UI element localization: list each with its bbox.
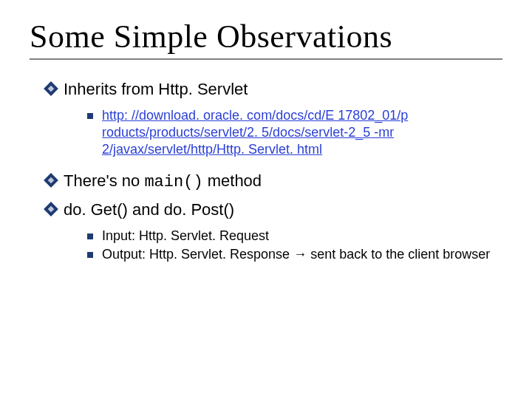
link-text[interactable]: http: //download. oracle. com/docs/cd/E …	[102, 107, 501, 159]
code-main: main()	[144, 173, 202, 191]
square-bullet-icon	[87, 233, 93, 239]
sub-bullet-link: http: //download. oracle. com/docs/cd/E …	[87, 107, 502, 159]
square-bullet-icon	[87, 113, 93, 119]
square-bullet-icon	[87, 252, 93, 258]
text-pre: There's no	[64, 171, 144, 190]
diamond-bullet-icon	[46, 204, 56, 214]
bullet-doget-dopost: do. Get() and do. Post()	[46, 200, 502, 220]
sub-bullet-input: Input: Http. Servlet. Request	[87, 228, 502, 245]
title-divider	[30, 58, 502, 60]
bullet-text: There's no main() method	[64, 171, 262, 193]
text-pre: Output: Http. Servlet. Response	[102, 247, 293, 262]
sub-text: Input: Http. Servlet. Request	[102, 228, 269, 245]
diamond-bullet-icon	[46, 83, 56, 94]
sub-bullet-output: Output: Http. Servlet. Response → sent b…	[87, 246, 502, 263]
slide-body: Inherits from Http. Servlet http: //down…	[30, 79, 502, 263]
sub-list: Input: Http. Servlet. Request Output: Ht…	[87, 228, 502, 264]
bullet-no-main: There's no main() method	[46, 171, 502, 193]
bullet-inherits: Inherits from Http. Servlet	[46, 79, 502, 100]
slide: Some Simple Observations Inherits from H…	[0, 0, 532, 399]
servlet-doc-link[interactable]: http: //download. oracle. com/docs/cd/E …	[102, 108, 408, 157]
slide-title: Some Simple Observations	[30, 18, 502, 55]
sub-list: http: //download. oracle. com/docs/cd/E …	[87, 107, 502, 159]
text-post: sent back to the client browser	[307, 247, 490, 262]
arrow-icon: →	[293, 247, 307, 262]
bullet-text: do. Get() and do. Post()	[64, 200, 234, 220]
bullet-text: Inherits from Http. Servlet	[64, 79, 248, 100]
text-post: method	[203, 171, 262, 190]
sub-text: Output: Http. Servlet. Response → sent b…	[102, 246, 490, 263]
diamond-bullet-icon	[46, 175, 56, 185]
